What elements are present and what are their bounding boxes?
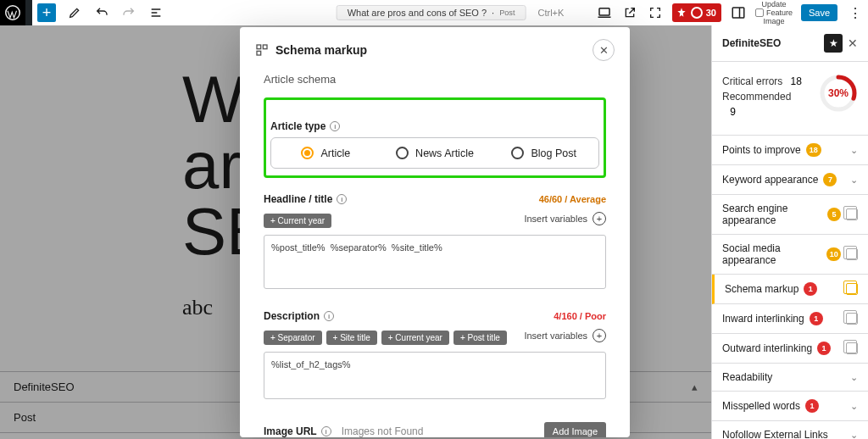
external-link-icon[interactable] [621,4,638,21]
chip-separator[interactable]: + Separator [264,331,322,345]
radio-icon [511,147,524,159]
seo-sidebar: DefiniteSEO ★ ✕ Critical errors 18 Recom… [711,25,868,439]
chip-current-year[interactable]: + Current year [264,214,331,228]
svg-rect-4 [263,45,267,49]
sidebar-item-schema-markup[interactable]: Schema markup1 [712,275,868,304]
svg-rect-3 [257,45,261,49]
sidebar-item-label: Points to improve [722,144,801,156]
update-feature-image-toggle[interactable]: Update Feature Image [755,0,793,25]
score-donut: 30% [819,74,858,113]
block-inserter-button[interactable]: + [37,3,56,22]
info-icon[interactable]: i [321,426,331,436]
radio-news-article[interactable]: News Article [381,138,490,168]
toolbar-left: + [37,3,164,22]
score-ring-icon [691,7,703,19]
score-block: Critical errors 18 Recommended 9 30% [712,62,868,136]
chevron-down-icon: ⌄ [850,430,858,440]
headline-meter: 46/60 / Average [539,194,606,204]
score-percent: 30% [819,74,858,113]
chevron-down-icon: ⌄ [850,175,858,186]
copy-icon[interactable] [846,208,858,220]
modal-header: Schema markup ✕ [240,27,630,69]
count-badge: 1 [817,342,831,355]
copy-icon[interactable] [846,342,858,354]
sidebar-item-keyword-appearance[interactable]: Keyword appearance7⌄ [712,165,868,195]
plus-circle-icon: + [593,212,606,225]
breadcrumb-type: Post [499,8,515,17]
copy-icon[interactable] [846,313,858,325]
sidebar-item-nofollow-external-links[interactable]: Nofollow External Links⌄ [712,421,868,439]
sidebar-item-search-engine-appearance[interactable]: Search engine appearance5 [712,195,868,235]
sidebar-accordion: Points to improve18⌄Keyword appearance7⌄… [712,136,868,439]
info-icon[interactable]: i [337,194,347,204]
sidebar-item-label: Search engine appearance [722,203,822,226]
sidebar-item-label: Schema markup [725,283,798,295]
description-input[interactable] [264,352,606,399]
sidebar-item-points-to-improve[interactable]: Points to improve18⌄ [712,136,868,165]
laptop-view-icon[interactable] [596,4,613,21]
count-badge: 1 [810,312,823,325]
description-meter: 4/160 / Poor [554,311,606,321]
toolbar-breadcrumb[interactable]: What are pros and cons of SEO ? · Post C… [337,5,565,20]
info-icon[interactable]: i [330,121,340,131]
count-badge: 7 [823,173,837,186]
chip-site-title[interactable]: + Site title [326,331,377,345]
modal-body: Article schema Article type i Article Ne… [240,69,630,437]
radio-icon [396,147,409,159]
plus-circle-icon: + [593,329,606,342]
sidebar-item-outward-interlinking[interactable]: Outward interlinking1 [712,334,868,364]
modal-close-button[interactable]: ✕ [593,39,615,61]
radio-article[interactable]: Article [271,138,381,168]
field-label-description: Description i [264,310,334,322]
sidebar-item-readability[interactable]: Readability⌄ [712,364,868,392]
chevron-down-icon: ⌄ [850,401,858,412]
fullscreen-icon[interactable] [647,4,664,21]
breadcrumb-title: What are pros and cons of SEO ? [348,8,487,18]
sidebar-item-social-media-appearance[interactable]: Social media appearance10 [712,235,868,275]
wordpress-logo-icon[interactable] [0,0,25,25]
edit-icon[interactable] [66,4,83,21]
sidebar-item-label: Social media appearance [722,242,821,266]
sidebar-item-inward-interlinking[interactable]: Inward interlinking1 [712,304,868,334]
save-button[interactable]: Save [801,4,837,21]
close-icon[interactable]: ✕ [848,36,858,50]
toolbar-right: 30 Update Feature Image Save ⋮ [596,0,863,25]
headline-input[interactable] [264,235,606,289]
sidebar-item-label: Misspelled words [722,400,800,412]
sidebar-item-label: Outward interlinking [722,342,812,354]
field-label-image-url: Image URL i [264,425,331,437]
count-badge: 1 [805,399,819,413]
chevron-down-icon: ⌄ [850,372,858,383]
info-icon[interactable]: i [324,311,334,321]
count-badge: 5 [827,208,841,221]
count-badge: 10 [826,247,841,261]
sidebar-header: DefiniteSEO ★ ✕ [712,25,868,62]
more-options-icon[interactable]: ⋮ [846,4,863,21]
insert-variables-button[interactable]: Insert variables + [524,212,606,225]
add-image-button[interactable]: Add Image [544,422,606,437]
redo-icon[interactable] [120,4,137,21]
svg-rect-2 [732,8,744,18]
sidebar-toggle-icon[interactable] [730,4,747,21]
insert-variables-button[interactable]: Insert variables + [524,329,606,342]
radio-blog-post[interactable]: Blog Post [489,138,598,168]
count-badge: 18 [806,143,821,157]
image-url-row: Image URL i Images not Found Add Image [264,422,606,437]
copy-icon[interactable] [846,283,858,295]
images-not-found-text: Images not Found [342,425,424,437]
sidebar-item-misspelled-words[interactable]: Misspelled words1⌄ [712,392,868,421]
copy-icon[interactable] [846,248,858,260]
chip-current-year[interactable]: + Current year [381,331,449,345]
article-type-highlight: Article type i Article News Article Blog… [264,97,606,178]
field-label-article-type: Article type i [270,120,599,132]
checkbox-icon[interactable] [755,8,764,17]
sidebar-item-label: Keyword appearance [722,174,818,186]
undo-icon[interactable] [93,4,110,21]
schema-markup-modal: Schema markup ✕ Article schema Article t… [240,27,630,437]
details-icon[interactable] [147,4,164,21]
sidebar-item-label: Inward interlinking [722,313,804,325]
star-icon[interactable]: ★ [824,34,843,53]
chip-post-title[interactable]: + Post title [453,331,507,345]
article-type-radio-group: Article News Article Blog Post [270,137,599,169]
seo-score-badge[interactable]: 30 [672,3,721,22]
